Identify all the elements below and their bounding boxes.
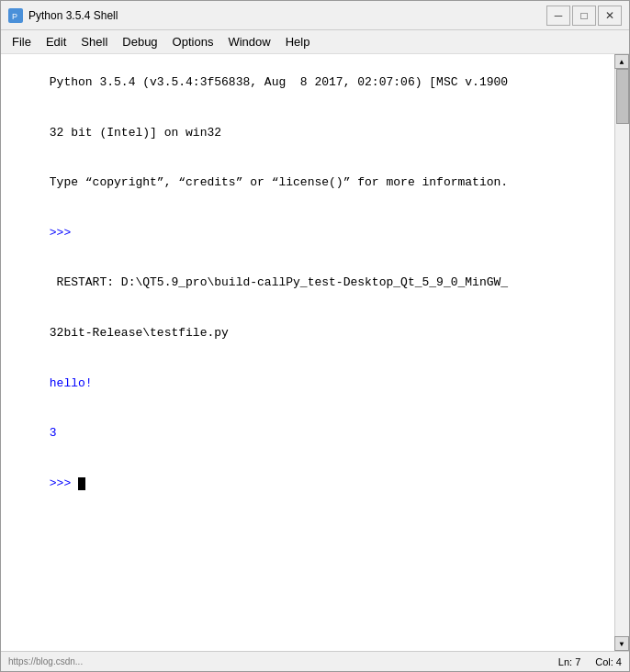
status-bar: https://blog.csdn... Ln: 7 Col: 4: [1, 651, 629, 671]
app-icon: P: [8, 8, 23, 23]
shell-line-2: 32 bit (Intel)] on win32: [50, 126, 221, 140]
svg-text:P: P: [12, 12, 17, 21]
menu-edit[interactable]: Edit: [39, 33, 73, 50]
status-col: Col: 4: [595, 656, 622, 667]
minimize-button[interactable]: ─: [546, 6, 570, 26]
shell-content[interactable]: Python 3.5.4 (v3.5.4:3f56838, Aug 8 2017…: [1, 54, 629, 651]
menu-bar: File Edit Shell Debug Options Window Hel…: [1, 30, 629, 54]
shell-prompt-1: >>>: [50, 226, 78, 240]
menu-help[interactable]: Help: [278, 33, 318, 50]
scroll-thumb[interactable]: [616, 69, 629, 124]
window-title: Python 3.5.4 Shell: [28, 9, 546, 22]
menu-debug[interactable]: Debug: [115, 33, 164, 50]
main-window: P Python 3.5.4 Shell ─ □ ✕ File Edit She…: [0, 0, 630, 672]
shell-cursor: [78, 477, 85, 490]
close-button[interactable]: ✕: [598, 6, 622, 26]
scroll-down-button[interactable]: ▼: [614, 636, 629, 651]
title-bar: P Python 3.5.4 Shell ─ □ ✕: [1, 1, 629, 30]
shell-restart-line2: 32bit-Release\testfile.py: [50, 326, 229, 340]
shell-output: Python 3.5.4 (v3.5.4:3f56838, Aug 8 2017…: [6, 58, 624, 509]
status-line: Ln: 7: [558, 656, 580, 667]
shell-line-1: Python 3.5.4 (v3.5.4:3f56838, Aug 8 2017…: [50, 75, 508, 89]
scrollbar[interactable]: ▲ ▼: [614, 54, 629, 651]
shell-restart-line: RESTART: D:\QT5.9_pro\build-callPy_test-…: [50, 275, 508, 289]
watermark-text: https://blog.csdn...: [8, 656, 83, 666]
shell-prompt-2: >>>: [50, 476, 78, 490]
menu-shell[interactable]: Shell: [73, 33, 115, 50]
menu-options[interactable]: Options: [165, 33, 221, 50]
menu-window[interactable]: Window: [220, 33, 277, 50]
shell-hello: hello!: [50, 376, 93, 390]
scroll-up-button[interactable]: ▲: [614, 54, 629, 69]
maximize-button[interactable]: □: [572, 6, 596, 26]
window-controls: ─ □ ✕: [546, 6, 622, 26]
menu-file[interactable]: File: [5, 33, 39, 50]
shell-number: 3: [50, 426, 57, 440]
shell-line-3: Type “copyright”, “credits” or “license(…: [50, 175, 508, 189]
